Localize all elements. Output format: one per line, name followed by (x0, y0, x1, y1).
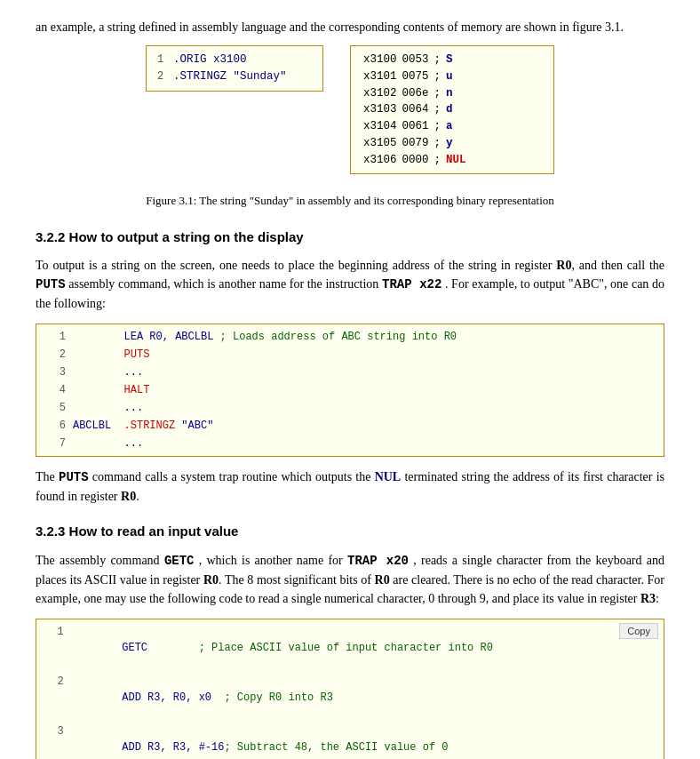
code-row-322-7: 7 ... (45, 435, 655, 452)
section-323-heading: How to read an input value (69, 523, 239, 539)
section-322-title: 3.2.2 How to output a string on the disp… (36, 228, 664, 248)
mem-row-2: x3102 006e ; n (363, 85, 541, 102)
code-line-2: 2 .STRINGZ "Sunday" (157, 68, 312, 85)
code-row-322-6: 6 ABCLBL .STRINGZ "ABC" (45, 417, 655, 435)
code-table-323: 1 GETC ; Place ASCII value of input char… (45, 623, 655, 759)
code-row-323-1: 1 GETC ; Place ASCII value of input char… (45, 623, 655, 673)
figure-caption: Figure 3.1: The string "Sunday" in assem… (36, 192, 664, 210)
section-322-para2: The PUTS command calls a system trap rou… (36, 467, 664, 506)
figure-container: 1 .ORIG x3100 2 .STRINGZ "Sunday" x3100 … (36, 45, 664, 174)
section-323-title: 3.2.3 How to read an input value (36, 522, 664, 542)
code-line-1: 1 .ORIG x3100 (157, 52, 312, 68)
code-block-322: 1 LEA R0, ABCLBL ; Loads address of ABC … (36, 324, 664, 457)
intro-text: an example, a string defined in assembly… (36, 18, 664, 36)
section-323-number: 3.2.3 (36, 523, 65, 539)
section-322-number: 3.2.2 (36, 229, 65, 244)
mem-row-0: x3100 0053 ; S (363, 52, 541, 68)
code-row-322-4: 4 HALT (45, 381, 655, 399)
code-row-322-3: 3 ... (45, 364, 655, 381)
section-323-para1: The assembly command GETC , which is ano… (36, 551, 664, 608)
mem-row-1: x3101 0075 ; u (363, 68, 541, 85)
code-block-323: 1 GETC ; Place ASCII value of input char… (36, 619, 664, 759)
mem-row-3: x3103 0064 ; d (363, 101, 541, 118)
memory-table: x3100 0053 ; S x3101 0075 ; u x3102 006e… (350, 45, 554, 174)
mem-row-4: x3104 0061 ; a (363, 118, 541, 135)
code-row-322-5: 5 ... (45, 399, 655, 417)
code-row-323-3: 3 ADD R3, R3, #-16; Subtract 48, the ASC… (45, 723, 655, 759)
line-num-1: 1 (157, 52, 170, 68)
code-box-left: 1 .ORIG x3100 2 .STRINGZ "Sunday" (146, 45, 323, 92)
code-row-323-2: 2 ADD R3, R0, x0 ; Copy R0 into R3 (45, 673, 655, 723)
code-table-322: 1 LEA R0, ABCLBL ; Loads address of ABC … (45, 328, 655, 452)
section-322-heading: How to output a string on the display (69, 229, 304, 244)
line-num-2: 2 (157, 68, 170, 85)
code-text-1: .ORIG x3100 (173, 52, 247, 68)
code-row-322-2: 2 PUTS (45, 346, 655, 364)
copy-button[interactable]: Copy (619, 623, 658, 639)
mem-row-5: x3105 0079 ; y (363, 135, 541, 152)
section-322-para1: To output is a string on the screen, one… (36, 256, 664, 313)
code-text-2: .STRINGZ "Sunday" (173, 68, 287, 85)
mem-row-6: x3106 0000 ; NUL (363, 152, 541, 169)
code-row-322-1: 1 LEA R0, ABCLBL ; Loads address of ABC … (45, 328, 655, 346)
